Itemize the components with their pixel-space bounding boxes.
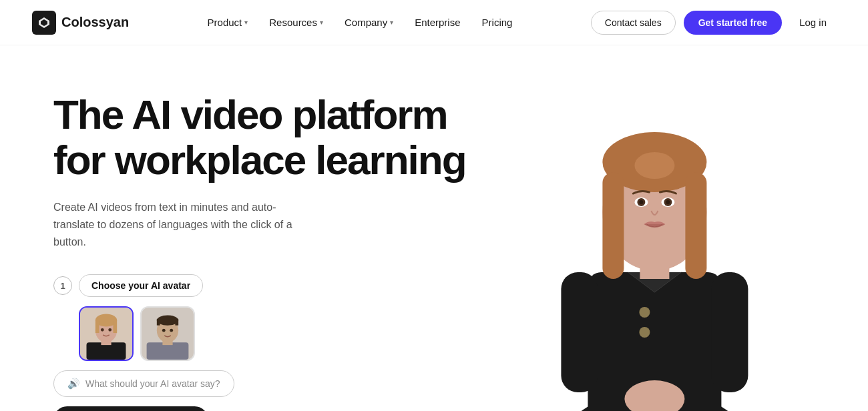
logo-link[interactable]: Colossyan bbox=[32, 11, 129, 35]
svg-rect-17 bbox=[175, 319, 178, 326]
nav-resources[interactable]: Resources ▾ bbox=[260, 11, 333, 33]
nav-actions: Contact sales Get started free Log in bbox=[591, 11, 836, 35]
navigation: Colossyan Product ▾ Resources ▾ Company … bbox=[0, 0, 868, 45]
nav-product[interactable]: Product ▾ bbox=[198, 11, 258, 33]
avatar-1-image bbox=[80, 308, 132, 360]
login-button[interactable]: Log in bbox=[790, 11, 836, 34]
svg-rect-16 bbox=[157, 319, 160, 326]
svg-point-9 bbox=[101, 328, 104, 332]
nav-company[interactable]: Company ▾ bbox=[335, 11, 403, 33]
hero-left: The AI video platform for workplace lear… bbox=[53, 85, 467, 411]
svg-point-19 bbox=[170, 329, 173, 332]
avatar-2-image bbox=[142, 308, 194, 360]
svg-point-18 bbox=[162, 329, 166, 332]
svg-point-22 bbox=[640, 307, 650, 318]
microphone-icon: 🔊 bbox=[67, 378, 80, 390]
step3-row: ↗ Generate your AI video bbox=[53, 406, 467, 411]
chevron-down-icon: ▾ bbox=[390, 19, 393, 26]
step1-row: 1 Choose your AI avatar bbox=[53, 274, 467, 297]
step1-label: Choose your AI avatar bbox=[79, 274, 203, 297]
nav-links: Product ▾ Resources ▾ Company ▾ Enterpri… bbox=[198, 11, 522, 33]
avatar-2[interactable] bbox=[140, 306, 195, 361]
svg-point-38 bbox=[666, 200, 670, 204]
generate-video-button[interactable]: ↗ Generate your AI video bbox=[53, 406, 208, 411]
logo-icon bbox=[32, 11, 56, 35]
avatar-1[interactable] bbox=[79, 306, 134, 361]
contact-sales-button[interactable]: Contact sales bbox=[591, 11, 676, 35]
svg-rect-24 bbox=[562, 272, 598, 392]
svg-rect-12 bbox=[147, 342, 189, 360]
svg-point-32 bbox=[635, 152, 675, 179]
svg-rect-7 bbox=[95, 320, 99, 333]
svg-point-10 bbox=[108, 328, 112, 332]
hero-widget: 1 Choose your AI avatar bbox=[53, 274, 467, 411]
step1-number: 1 bbox=[53, 276, 72, 295]
nav-enterprise[interactable]: Enterprise bbox=[405, 11, 469, 33]
logo-svg bbox=[37, 16, 51, 29]
svg-point-15 bbox=[157, 316, 178, 326]
avatars-row bbox=[79, 306, 467, 361]
chevron-down-icon: ▾ bbox=[320, 19, 323, 26]
step2-row: 🔊 What should your AI avatar say? bbox=[53, 370, 467, 397]
svg-rect-25 bbox=[712, 272, 748, 392]
logo-text: Colossyan bbox=[61, 15, 129, 30]
hero-section: The AI video platform for workplace lear… bbox=[0, 45, 868, 411]
avatar-text-input[interactable]: 🔊 What should your AI avatar say? bbox=[53, 370, 234, 397]
svg-rect-31 bbox=[686, 172, 707, 279]
svg-rect-8 bbox=[113, 320, 117, 333]
svg-rect-3 bbox=[87, 342, 126, 360]
hero-subtitle: Create AI videos from text in minutes an… bbox=[53, 199, 307, 250]
hero-person-image bbox=[495, 85, 815, 411]
hero-right bbox=[495, 85, 815, 411]
svg-point-23 bbox=[640, 327, 650, 338]
hero-title: The AI video platform for workplace lear… bbox=[53, 92, 467, 183]
get-started-button[interactable]: Get started free bbox=[684, 11, 782, 35]
nav-pricing[interactable]: Pricing bbox=[473, 11, 522, 33]
svg-point-35 bbox=[640, 200, 644, 204]
chevron-down-icon: ▾ bbox=[244, 19, 248, 26]
svg-rect-30 bbox=[603, 172, 624, 279]
